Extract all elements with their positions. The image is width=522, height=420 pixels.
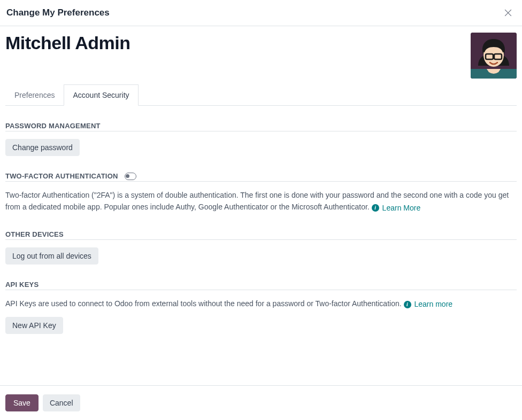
avatar[interactable] (471, 33, 517, 79)
section-head-devices: OTHER DEVICES (5, 230, 517, 240)
section-api-keys: API KEYS API Keys are used to connect to… (5, 281, 517, 334)
toggle-knob (126, 174, 129, 178)
logout-all-devices-button[interactable]: Log out from all devices (5, 247, 98, 265)
section-title: PASSWORD MANAGEMENT (5, 122, 101, 130)
tfa-toggle[interactable] (125, 173, 136, 180)
info-icon: i (404, 301, 411, 308)
identity-row: Mitchell Admin (5, 33, 517, 84)
section-title: TWO-FACTOR AUTHENTICATION (5, 172, 118, 180)
api-learn-more-link[interactable]: i Learn more (404, 298, 453, 310)
section-devices: OTHER DEVICES Log out from all devices (5, 230, 517, 265)
section-head-password: PASSWORD MANAGEMENT (5, 122, 517, 131)
section-title: API KEYS (5, 281, 39, 289)
tfa-description: Two-factor Authentication ("2FA") is a s… (5, 189, 517, 214)
section-head-tfa: TWO-FACTOR AUTHENTICATION (5, 172, 517, 182)
section-title: OTHER DEVICES (5, 230, 64, 238)
tfa-learn-more-link[interactable]: i Learn More (372, 202, 421, 214)
new-api-key-button[interactable]: New API Key (5, 317, 63, 334)
tabs: Preferences Account Security (5, 84, 517, 106)
tab-account-security[interactable]: Account Security (64, 84, 138, 106)
section-tfa: TWO-FACTOR AUTHENTICATION Two-factor Aut… (5, 172, 517, 214)
cancel-button[interactable]: Cancel (43, 394, 80, 411)
save-button[interactable]: Save (5, 394, 39, 411)
modal-title: Change My Preferences (6, 7, 110, 18)
api-description: API Keys are used to connect to Odoo fro… (5, 298, 517, 310)
tfa-desc-text: Two-factor Authentication ("2FA") is a s… (5, 191, 509, 211)
modal-footer: Save Cancel (0, 385, 522, 420)
info-icon: i (372, 204, 379, 212)
tab-preferences[interactable]: Preferences (5, 84, 64, 106)
modal-header: Change My Preferences (0, 0, 522, 26)
page-title: Mitchell Admin (5, 33, 130, 53)
close-icon[interactable] (503, 7, 513, 18)
change-password-button[interactable]: Change password (5, 139, 80, 156)
section-password: PASSWORD MANAGEMENT Change password (5, 122, 517, 156)
modal-body: Mitchell Admin Preferences Account (0, 26, 522, 385)
api-desc-text: API Keys are used to connect to Odoo fro… (5, 299, 404, 308)
learn-more-label: Learn more (414, 298, 453, 310)
learn-more-label: Learn More (382, 202, 421, 214)
section-head-api: API KEYS (5, 281, 517, 290)
